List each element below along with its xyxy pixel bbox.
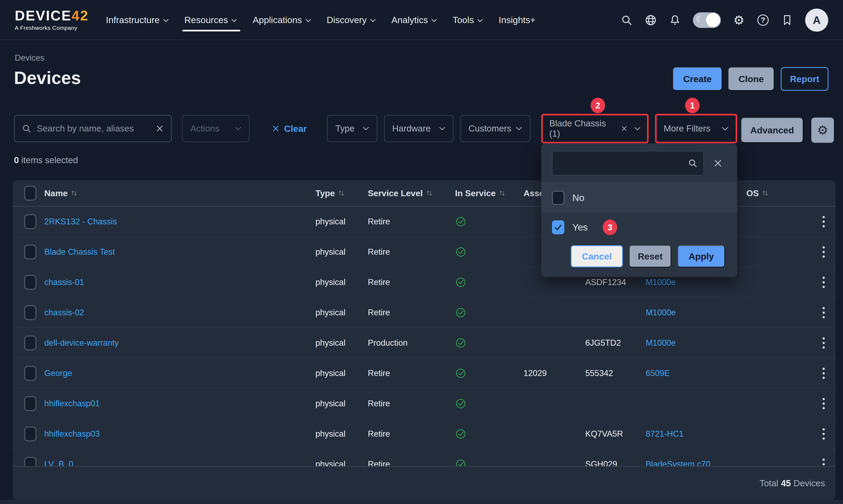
notifications-bell-icon[interactable] <box>669 14 681 26</box>
row-menu-kebab-icon[interactable] <box>819 335 828 351</box>
nav-applications[interactable]: Applications <box>253 15 311 25</box>
nav-tools[interactable]: Tools <box>453 15 483 25</box>
row-checkbox[interactable] <box>24 457 37 466</box>
device-search-box <box>14 115 172 142</box>
filter-customers-dropdown[interactable]: Customers <box>460 115 531 142</box>
globe-icon[interactable] <box>645 14 657 26</box>
top-navbar: DEVICE42 A Freshworks Company Infrastruc… <box>0 0 843 40</box>
row-checkbox[interactable] <box>24 427 37 442</box>
table-row: hhiflexchasp01 physical Retire <box>13 389 836 419</box>
nav-infrastructure[interactable]: Infrastructure <box>106 15 168 25</box>
panel-search-box <box>552 151 704 176</box>
nav-resources[interactable]: Resources <box>184 15 237 25</box>
filter-type-dropdown[interactable]: Type <box>327 115 377 142</box>
yes-checkbox[interactable] <box>552 220 564 234</box>
column-header-type[interactable]: Type <box>316 188 368 198</box>
serial-cell: ASDF1234 <box>585 277 646 287</box>
clear-filters-button[interactable]: Clear <box>272 115 307 142</box>
advanced-button[interactable]: Advanced <box>741 118 803 143</box>
row-checkbox[interactable] <box>24 305 37 320</box>
theme-toggle[interactable]: ☾ <box>693 12 721 28</box>
service-level-cell: Retire <box>368 308 454 318</box>
row-checkbox[interactable] <box>24 214 37 229</box>
no-checkbox[interactable] <box>552 191 564 205</box>
search-input[interactable] <box>37 123 150 134</box>
row-checkbox[interactable] <box>24 396 37 411</box>
column-header-service-level[interactable]: Service Level <box>368 188 454 198</box>
table-row: George physical Retire 12029 555342 6509… <box>13 358 836 389</box>
device-name-link[interactable]: George <box>44 368 72 378</box>
create-button[interactable]: Create <box>673 67 722 91</box>
hardware-link[interactable]: M1000e <box>646 277 676 287</box>
report-button[interactable]: Report <box>781 67 828 91</box>
help-icon[interactable]: ? <box>757 14 769 26</box>
filter-option-no[interactable]: No <box>541 183 737 213</box>
select-all-checkbox[interactable] <box>24 186 37 201</box>
device-name-link[interactable]: chassis-01 <box>44 277 84 287</box>
column-header-os[interactable]: OS <box>746 188 819 198</box>
clear-search-icon[interactable] <box>156 124 164 133</box>
chevron-down-icon <box>363 127 369 130</box>
apply-button[interactable]: Apply <box>678 245 725 267</box>
blade-chassis-filter-chip[interactable]: Blade Chassis (1) <box>543 118 647 139</box>
column-header-in-service[interactable]: In Service <box>454 188 523 198</box>
chevron-down-icon <box>431 19 437 22</box>
serial-cell: SGH029 <box>585 460 646 466</box>
clone-button[interactable]: Clone <box>728 67 774 91</box>
row-menu-kebab-icon[interactable] <box>819 213 828 230</box>
device-name-link[interactable]: hhiflexchasp01 <box>44 399 100 409</box>
bookmark-icon[interactable] <box>781 14 793 26</box>
search-icon <box>688 158 698 168</box>
search-icon[interactable] <box>621 14 633 26</box>
service-level-cell: Retire <box>368 247 454 257</box>
row-menu-kebab-icon[interactable] <box>819 274 828 291</box>
row-checkbox[interactable] <box>24 275 37 290</box>
hardware-link[interactable]: 6509E <box>646 368 670 378</box>
check-circle-icon <box>455 337 466 348</box>
nav-insights[interactable]: Insights+ <box>499 15 535 25</box>
table-settings-gear-button[interactable]: ⚙ <box>811 118 834 143</box>
row-menu-kebab-icon[interactable] <box>819 395 828 412</box>
service-level-cell: Retire <box>368 368 454 378</box>
device-name-link[interactable]: dell-device-warranty <box>44 338 119 348</box>
filter-hardware-dropdown[interactable]: Hardware <box>384 115 454 142</box>
nav-analytics[interactable]: Analytics <box>391 15 437 25</box>
panel-search-input[interactable] <box>558 158 688 168</box>
filter-option-yes[interactable]: Yes 3 <box>541 213 737 242</box>
row-menu-kebab-icon[interactable] <box>819 426 828 442</box>
device-name-link[interactable]: chassis-02 <box>44 308 84 318</box>
nav-discovery[interactable]: Discovery <box>327 15 376 25</box>
chevron-down-icon <box>235 127 241 130</box>
device-name-link[interactable]: LV_B_0 <box>44 460 73 466</box>
breadcrumb[interactable]: Devices <box>15 53 44 63</box>
row-menu-kebab-icon[interactable] <box>819 365 828 382</box>
row-checkbox[interactable] <box>24 366 37 381</box>
serial-cell: KQ7VA5R <box>585 429 646 439</box>
sort-icon <box>762 190 768 197</box>
table-row: chassis-02 physical Retire M1000e <box>13 298 836 328</box>
hardware-link[interactable]: BladeSystem c70 <box>646 460 711 466</box>
device-name-link[interactable]: 2RKS132 - Chassis <box>44 217 117 227</box>
device-name-link[interactable]: hhiflexchasp03 <box>44 429 100 439</box>
row-checkbox[interactable] <box>24 336 37 350</box>
user-avatar[interactable]: A <box>805 8 828 32</box>
actions-dropdown[interactable]: Actions <box>182 115 250 142</box>
more-filters-dropdown[interactable]: More Filters <box>657 123 736 134</box>
hardware-link[interactable]: 8721-HC1 <box>646 429 683 439</box>
navbar-actions: ☾ ⚙ ? A <box>621 0 828 40</box>
hardware-link[interactable]: M1000e <box>646 308 676 318</box>
cancel-button[interactable]: Cancel <box>571 245 623 267</box>
reset-button[interactable]: Reset <box>629 245 671 267</box>
device-name-link[interactable]: Blade Chassis Test <box>44 247 115 257</box>
row-menu-kebab-icon[interactable] <box>819 304 828 321</box>
settings-gear-icon[interactable]: ⚙ <box>733 14 745 26</box>
column-header-name[interactable]: Name <box>44 188 316 198</box>
row-checkbox[interactable] <box>24 245 37 259</box>
row-menu-kebab-icon[interactable] <box>819 244 828 260</box>
row-menu-kebab-icon[interactable] <box>819 456 828 466</box>
panel-close-icon[interactable] <box>713 158 723 168</box>
brand-logo[interactable]: DEVICE42 A Freshworks Company <box>15 8 89 31</box>
hardware-link[interactable]: M1000e <box>646 338 676 348</box>
remove-filter-x-icon[interactable] <box>621 125 628 132</box>
annotation-badge-2: 2 <box>591 98 605 113</box>
